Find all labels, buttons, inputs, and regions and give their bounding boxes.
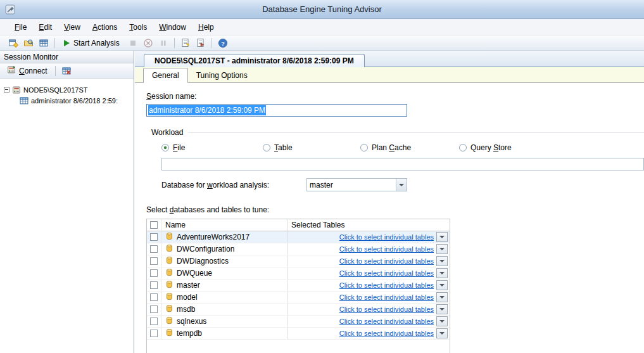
- menu-window[interactable]: Window: [153, 20, 192, 34]
- help-icon[interactable]: ?: [216, 37, 230, 49]
- delete-session-icon: [141, 37, 155, 49]
- row-checkbox[interactable]: [150, 233, 158, 241]
- radio-plan-cache-circle[interactable]: [360, 144, 368, 151]
- pause-analysis-icon: [156, 37, 170, 49]
- tree-node-server[interactable]: NODE5\SQL2017ST: [0, 84, 134, 95]
- select-tables-link[interactable]: Click to select individual tables: [339, 305, 434, 313]
- tables-dropdown[interactable]: [436, 280, 448, 290]
- select-tables-link[interactable]: Click to select individual tables: [339, 281, 434, 289]
- radio-table-circle[interactable]: [263, 144, 270, 151]
- apply-recommendations-icon[interactable]: [194, 37, 208, 49]
- radio-query-store-circle[interactable]: [459, 144, 467, 151]
- row-checkbox[interactable]: [150, 305, 158, 313]
- connect-icon: [7, 65, 16, 76]
- toolbar-separator: [212, 38, 212, 48]
- select-tables-link[interactable]: Click to select individual tables: [339, 245, 434, 253]
- radio-table[interactable]: Table: [263, 143, 360, 152]
- toolbar-separator: [54, 38, 55, 48]
- collapse-icon[interactable]: [4, 87, 9, 93]
- group-rule: [188, 132, 644, 133]
- workload-radio-group: File Table Plan Cache Query Store: [146, 143, 644, 152]
- tree-node-session[interactable]: administrator 8/6/2018 2:59:: [0, 95, 134, 106]
- open-workload-icon[interactable]: [22, 37, 35, 49]
- table-row[interactable]: master Click to select individual tables: [147, 279, 450, 292]
- tables-dropdown[interactable]: [436, 304, 448, 314]
- select-tables-link[interactable]: Click to select individual tables: [339, 233, 434, 241]
- row-checkbox[interactable]: [150, 281, 158, 289]
- table-row[interactable]: AdventureWorks2017 Click to select indiv…: [147, 231, 450, 243]
- select-tables-link[interactable]: Click to select individual tables: [339, 257, 434, 265]
- window-title: Database Engine Tuning Advisor: [0, 4, 644, 14]
- menu-file[interactable]: File: [9, 20, 32, 34]
- row-checkbox[interactable]: [150, 330, 158, 337]
- table-row[interactable]: DWQueue Click to select individual table…: [147, 267, 450, 279]
- table-row[interactable]: tempdb Click to select individual tables: [147, 328, 450, 340]
- session-tree: NODE5\SQL2017ST administrator 8/6/2018 2…: [0, 79, 134, 353]
- tables-dropdown[interactable]: [436, 232, 448, 242]
- play-icon: [64, 40, 70, 46]
- session-name-value: administrator 8/6/2018 2:59:09 PM: [148, 105, 266, 115]
- general-tab-content: Session name: administrator 8/6/2018 2:5…: [135, 83, 644, 353]
- row-checkbox[interactable]: [150, 257, 158, 265]
- select-tables-link[interactable]: Click to select individual tables: [339, 293, 434, 301]
- new-session-icon[interactable]: [6, 37, 20, 49]
- session-name-input[interactable]: administrator 8/6/2018 2:59:09 PM: [146, 104, 407, 117]
- select-tables-link[interactable]: Click to select individual tables: [339, 269, 434, 277]
- document-tab[interactable]: NODE5\SQL2017ST - administrator 8/6/2018…: [144, 54, 365, 67]
- table-row[interactable]: DWDiagnostics Click to select individual…: [147, 255, 450, 267]
- start-analysis-label: Start Analysis: [73, 39, 120, 48]
- document-tab-strip: NODE5\SQL2017ST - administrator 8/6/2018…: [135, 51, 644, 67]
- view-sessions-icon[interactable]: [37, 37, 51, 49]
- import-options-icon[interactable]: [179, 37, 193, 49]
- workload-file-input[interactable]: [161, 158, 644, 170]
- server-name: NODE5\SQL2017ST: [23, 86, 88, 94]
- database-icon: [165, 256, 174, 266]
- toolbar-separator: [174, 38, 175, 48]
- session-monitor-title: Session Monitor: [0, 51, 134, 63]
- row-checkbox[interactable]: [150, 318, 158, 325]
- radio-file[interactable]: File: [161, 143, 263, 152]
- row-checkbox[interactable]: [150, 269, 158, 277]
- chevron-down-icon[interactable]: [396, 179, 407, 191]
- database-name: msdb: [177, 305, 195, 314]
- radio-query-store[interactable]: Query Store: [459, 143, 512, 152]
- tables-dropdown[interactable]: [436, 244, 448, 254]
- session-name: administrator 8/6/2018 2:59:: [31, 97, 118, 105]
- database-analysis-row: Database for workload analysis: master: [146, 178, 644, 191]
- tab-tuning-options[interactable]: Tuning Options: [188, 68, 256, 82]
- database-name: model: [177, 293, 198, 302]
- menu-actions[interactable]: Actions: [87, 20, 123, 34]
- menu-tools[interactable]: Tools: [123, 20, 153, 34]
- tables-dropdown[interactable]: [436, 268, 448, 278]
- server-icon: [12, 86, 21, 94]
- table-row[interactable]: model Click to select individual tables: [147, 292, 450, 304]
- connect-button[interactable]: Connect: [3, 64, 51, 77]
- select-tables-link[interactable]: Click to select individual tables: [339, 330, 434, 337]
- database-name: AdventureWorks2017: [177, 233, 249, 241]
- select-tables-link[interactable]: Click to select individual tables: [339, 318, 434, 325]
- tables-dropdown[interactable]: [436, 328, 448, 338]
- radio-plan-cache[interactable]: Plan Cache: [360, 143, 459, 152]
- radio-file-circle[interactable]: [161, 144, 169, 151]
- table-row[interactable]: DWConfiguration Click to select individu…: [147, 243, 450, 255]
- sub-tab-strip: General Tuning Options: [135, 67, 644, 83]
- row-checkbox[interactable]: [150, 245, 158, 253]
- menu-view[interactable]: View: [58, 20, 86, 34]
- start-analysis-button[interactable]: Start Analysis: [59, 37, 125, 49]
- database-name: tempdb: [177, 329, 202, 338]
- connect-label: Connect: [19, 67, 47, 75]
- select-all-checkbox[interactable]: [150, 221, 158, 229]
- session-icon: [20, 96, 28, 105]
- tables-dropdown[interactable]: [436, 292, 448, 302]
- database-combobox[interactable]: master: [306, 178, 407, 191]
- menu-edit[interactable]: Edit: [33, 20, 58, 34]
- disconnect-icon[interactable]: [60, 65, 73, 77]
- tab-general[interactable]: General: [143, 68, 188, 83]
- toolbar-separator: [55, 66, 56, 76]
- tables-dropdown[interactable]: [436, 256, 448, 266]
- menu-help[interactable]: Help: [193, 20, 220, 34]
- table-row[interactable]: msdb Click to select individual tables: [147, 304, 450, 316]
- tables-dropdown[interactable]: [436, 316, 448, 326]
- table-row[interactable]: sqlnexus Click to select individual tabl…: [147, 316, 450, 328]
- row-checkbox[interactable]: [150, 293, 158, 301]
